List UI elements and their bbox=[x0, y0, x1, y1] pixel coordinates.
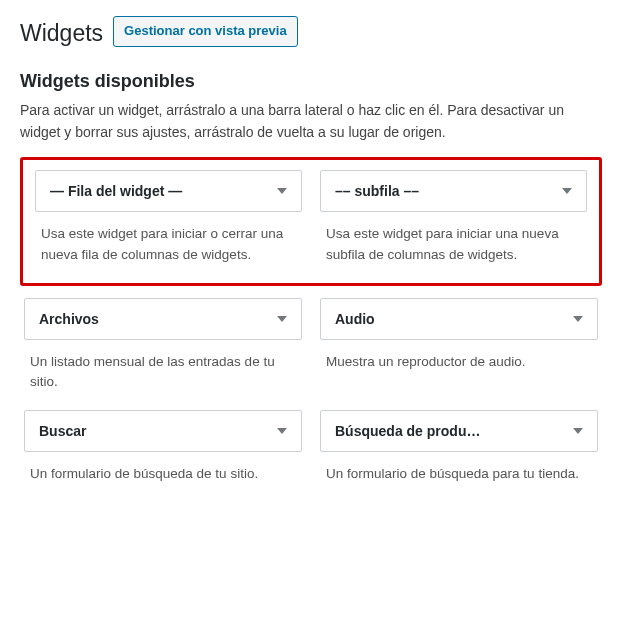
widget-row-header[interactable]: — Fila del widget — bbox=[35, 170, 302, 212]
widget-title: Audio bbox=[335, 311, 383, 327]
widget-description: Un formulario de búsqueda de tu sitio. bbox=[24, 452, 302, 492]
page-title: Widgets bbox=[20, 10, 103, 53]
widgets-page: Widgets Gestionar con vista previa Widge… bbox=[0, 0, 622, 523]
chevron-down-icon bbox=[277, 316, 287, 322]
chevron-down-icon bbox=[277, 188, 287, 194]
widget-item: Audio Muestra un reproductor de au­dio. bbox=[320, 298, 598, 401]
page-header: Widgets Gestionar con vista previa bbox=[20, 10, 602, 53]
highlighted-widgets-box: — Fila del widget — Usa este widget para… bbox=[20, 157, 602, 286]
widget-item: Búsqueda de produ… Un formulario de búsq… bbox=[320, 410, 598, 492]
widget-item: Buscar Un formulario de búsqueda de tu s… bbox=[24, 410, 302, 492]
widget-item: –– subfila –– Usa este widget para inici… bbox=[320, 170, 587, 273]
widget-title: — Fila del widget — bbox=[50, 183, 190, 199]
widget-search-header[interactable]: Buscar bbox=[24, 410, 302, 452]
widget-title: Archivos bbox=[39, 311, 107, 327]
widget-product-search-header[interactable]: Búsqueda de produ… bbox=[320, 410, 598, 452]
widget-title: Buscar bbox=[39, 423, 94, 439]
widget-description: Un formulario de búsqueda pa­ra tu tiend… bbox=[320, 452, 598, 492]
widget-subrow-header[interactable]: –– subfila –– bbox=[320, 170, 587, 212]
available-widgets-title: Widgets disponibles bbox=[20, 71, 602, 92]
widget-item: Archivos Un listado mensual de las en­tr… bbox=[24, 298, 302, 401]
chevron-down-icon bbox=[277, 428, 287, 434]
chevron-down-icon bbox=[562, 188, 572, 194]
available-widgets-description: Para activar un widget, arrástralo a una… bbox=[20, 100, 600, 143]
widget-audio-header[interactable]: Audio bbox=[320, 298, 598, 340]
widget-description: Usa este widget para iniciar o cerrar un… bbox=[35, 212, 302, 273]
chevron-down-icon bbox=[573, 428, 583, 434]
widget-title: –– subfila –– bbox=[335, 183, 427, 199]
widget-description: Un listado mensual de las en­tradas de t… bbox=[24, 340, 302, 401]
widget-description: Usa este widget para iniciar una nueva s… bbox=[320, 212, 587, 273]
widget-item: — Fila del widget — Usa este widget para… bbox=[35, 170, 302, 273]
widget-title: Búsqueda de produ… bbox=[335, 423, 488, 439]
manage-live-preview-button[interactable]: Gestionar con vista previa bbox=[113, 16, 298, 47]
chevron-down-icon bbox=[573, 316, 583, 322]
widget-archives-header[interactable]: Archivos bbox=[24, 298, 302, 340]
widget-description: Muestra un reproductor de au­dio. bbox=[320, 340, 598, 380]
